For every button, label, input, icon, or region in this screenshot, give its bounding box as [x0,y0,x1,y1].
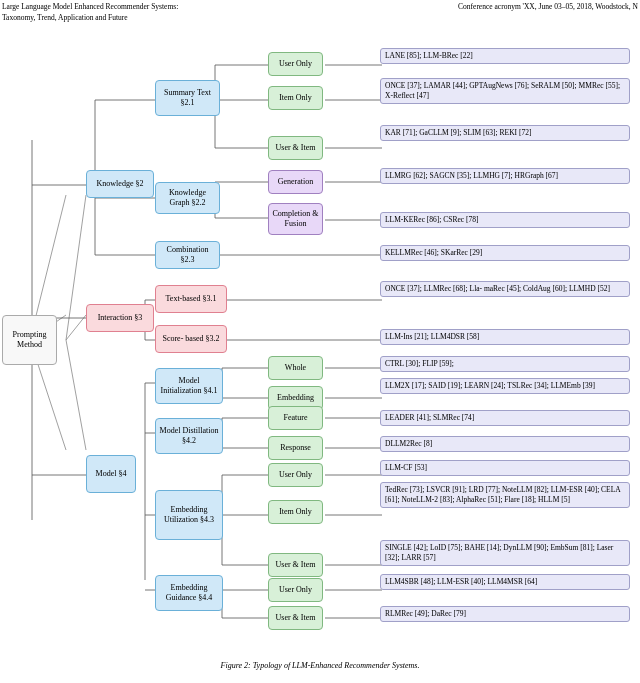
result-r5: LLM-KERec [86]; CSRec [78] [380,212,630,228]
interaction-node: Interaction §3 [86,304,154,332]
combination-node: Combination §2.3 [155,241,220,269]
user-item-2-node: User & Item [268,553,323,577]
result-r2: ONCE [37]; LAMAR [44]; GPTAugNews [76]; … [380,78,630,104]
result-r16: LLM4SBR [48]; LLM-ESR [40]; LLM4MSR [64] [380,574,630,590]
result-r12: DLLM2Rec [8] [380,436,630,452]
item-only-1-node: Item Only [268,86,323,110]
feature-node: Feature [268,406,323,430]
score-based-node: Score- based §3.2 [155,325,227,353]
embedding-util-node: Embedding Utilization §4.3 [155,490,223,540]
user-item-1-node: User & Item [268,136,323,160]
generation-node: Generation [268,170,323,194]
result-r17: RLMRec [49]; DaRec [79] [380,606,630,622]
result-r15: SINGLE [42]; LoID [75]; BAHE [14]; DynLL… [380,540,630,566]
result-r1: LANE [85]; LLM-BRec [22] [380,48,630,64]
result-r3: KAR [71]; GaCLLM [9]; SLIM [63]; REKI [7… [380,125,630,141]
result-r7: ONCE [37]; LLMRec [68]; Lla- maRec [45];… [380,281,630,297]
model-distil-node: Model Distillation §4.2 [155,418,223,454]
response-node: Response [268,436,323,460]
figure-caption: Figure 2: Typology of LLM-Enhanced Recom… [0,661,640,670]
prompting-method-node: Prompting Method [2,315,57,365]
result-r10: LLM2X [17]; SAID [19]; LEARN [24]; TSLRe… [380,378,630,394]
user-only-2-node: User Only [268,463,323,487]
knowledge-node: Knowledge §2 [86,170,154,198]
knowledge-graph-node: Knowledge Graph §2.2 [155,182,220,214]
model-node: Model §4 [86,455,136,493]
result-r11: LEADER [41]; SLMRec [74] [380,410,630,426]
header-right: Conference acronym 'XX, June 03–05, 2018… [458,2,638,11]
result-r9: CTRL [30]; FLIP [59]; [380,356,630,372]
text-based-node: Text-based §3.1 [155,285,227,313]
summary-text-node: Summary Text §2.1 [155,80,220,116]
user-only-3-node: User Only [268,578,323,602]
user-item-3-node: User & Item [268,606,323,630]
user-only-1-node: User Only [268,52,323,76]
item-only-2-node: Item Only [268,500,323,524]
result-r8: LLM-Ins [21]; LLM4DSR [58] [380,329,630,345]
result-r4: LLMRG [62]; SAGCN [35]; LLMHG [7]; HRGra… [380,168,630,184]
result-r6: KELLMRec [46]; SKarRec [29] [380,245,630,261]
result-r13: LLM-CF [53] [380,460,630,476]
whole-node: Whole [268,356,323,380]
figure-area: Prompting Method Knowledge §2 Interactio… [0,20,640,670]
model-init-node: Model Initialization §4.1 [155,368,223,404]
embedding-guide-node: Embedding Guidance §4.4 [155,575,223,611]
completion-fusion-node: Completion & Fusion [268,203,323,235]
result-r14: TedRec [73]; LSVCR [91]; LRD [77]; NoteL… [380,482,630,508]
svg-line-2 [66,340,86,450]
